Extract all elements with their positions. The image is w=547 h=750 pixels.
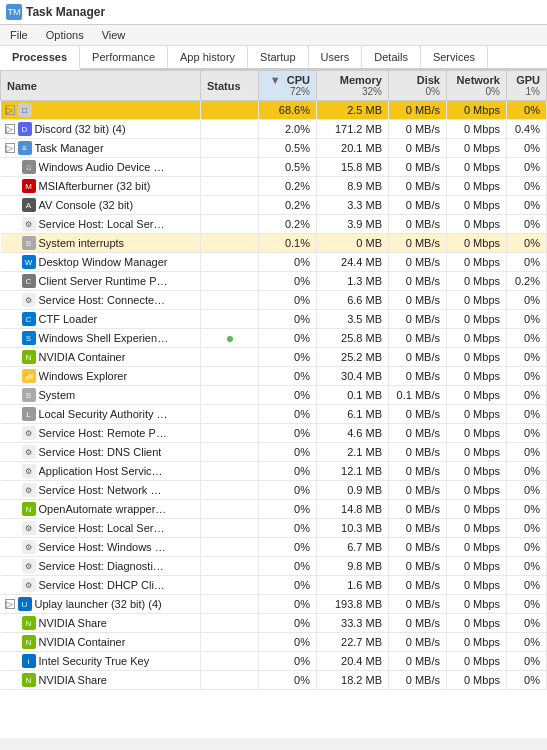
table-row[interactable]: ▷UUplay launcher (32 bit) (4)0%193.8 MB0… bbox=[1, 595, 547, 614]
table-row[interactable]: AAV Console (32 bit)0.2%3.3 MB0 MB/s0 Mb… bbox=[1, 196, 547, 215]
cpu-cell: 0% bbox=[259, 386, 317, 405]
gpu-cell: 0% bbox=[507, 481, 547, 500]
process-name-label: Service Host: Connected Device... bbox=[39, 294, 169, 306]
table-row[interactable]: ▷□68.6%2.5 MB0 MB/s0 Mbps0% bbox=[1, 101, 547, 120]
col-network[interactable]: Network 0% bbox=[447, 71, 507, 101]
tab-performance[interactable]: Performance bbox=[80, 46, 168, 68]
table-row[interactable]: SSystem interrupts0.1%0 MB0 MB/s0 Mbps0% bbox=[1, 234, 547, 253]
table-row[interactable]: NOpenAutomate wrapper cache (...0%14.8 M… bbox=[1, 500, 547, 519]
table-row[interactable]: ▷DDiscord (32 bit) (4)2.0%171.2 MB0 MB/s… bbox=[1, 120, 547, 139]
process-name-cell: ♫Windows Audio Device Graph Is... bbox=[1, 158, 201, 177]
process-status-cell bbox=[201, 139, 259, 158]
memory-cell: 10.3 MB bbox=[317, 519, 389, 538]
cpu-cell: 0% bbox=[259, 652, 317, 671]
disk-cell: 0 MB/s bbox=[389, 538, 447, 557]
process-status-cell bbox=[201, 405, 259, 424]
process-name-label: Windows Explorer bbox=[39, 370, 128, 382]
process-name-cell: ⚙Application Host Service (32 bit) bbox=[1, 462, 201, 481]
table-row[interactable]: CClient Server Runtime Process0%1.3 MB0 … bbox=[1, 272, 547, 291]
expand-button[interactable]: ▷ bbox=[5, 124, 15, 134]
table-row[interactable]: NNVIDIA Container0%22.7 MB0 MB/s0 Mbps0% bbox=[1, 633, 547, 652]
col-gpu-pct: 1% bbox=[513, 86, 540, 97]
table-row[interactable]: CCTF Loader0%3.5 MB0 MB/s0 Mbps0% bbox=[1, 310, 547, 329]
process-name-label: NVIDIA Share bbox=[39, 674, 107, 686]
tab-services[interactable]: Services bbox=[421, 46, 488, 68]
disk-cell: 0 MB/s bbox=[389, 424, 447, 443]
table-row[interactable]: ⚙Service Host: Local Service (No ...0%10… bbox=[1, 519, 547, 538]
tab-processes[interactable]: Processes bbox=[0, 46, 80, 70]
process-status-cell bbox=[201, 500, 259, 519]
table-row[interactable]: NNVIDIA Share0%18.2 MB0 MB/s0 Mbps0% bbox=[1, 671, 547, 690]
gpu-cell: 0% bbox=[507, 215, 547, 234]
table-row[interactable]: WDesktop Window Manager0%24.4 MB0 MB/s0 … bbox=[1, 253, 547, 272]
table-row[interactable]: MMSIAfterburner (32 bit)0.2%8.9 MB0 MB/s… bbox=[1, 177, 547, 196]
expand-button[interactable]: ▷ bbox=[5, 599, 15, 609]
disk-cell: 0 MB/s bbox=[389, 519, 447, 538]
process-icon: M bbox=[22, 179, 36, 193]
gpu-cell: 0.2% bbox=[507, 272, 547, 291]
table-row[interactable]: ⚙Service Host: DNS Client0%2.1 MB0 MB/s0… bbox=[1, 443, 547, 462]
process-name-label: Service Host: DHCP Client bbox=[39, 579, 169, 591]
memory-cell: 193.8 MB bbox=[317, 595, 389, 614]
process-name-label: Intel Security True Key bbox=[39, 655, 150, 667]
col-status[interactable]: Status bbox=[201, 71, 259, 101]
gpu-cell: 0% bbox=[507, 519, 547, 538]
table-row[interactable]: ⚙Application Host Service (32 bit)0%12.1… bbox=[1, 462, 547, 481]
table-row[interactable]: ⚙Service Host: Windows Manage...0%6.7 MB… bbox=[1, 538, 547, 557]
expand-button[interactable]: ▷ bbox=[5, 105, 15, 115]
table-row[interactable]: ⚙Service Host: Local Service (Net...0.2%… bbox=[1, 215, 547, 234]
col-memory[interactable]: Memory 32% bbox=[317, 71, 389, 101]
process-name-cell: ⚙Service Host: Diagnostic Policy ... bbox=[1, 557, 201, 576]
menu-item-options[interactable]: Options bbox=[42, 27, 88, 43]
table-row[interactable]: ⚙Service Host: Remote Procedure...0%4.6 … bbox=[1, 424, 547, 443]
table-row[interactable]: 📁Windows Explorer0%30.4 MB0 MB/s0 Mbps0% bbox=[1, 367, 547, 386]
tab-details[interactable]: Details bbox=[362, 46, 421, 68]
network-cell: 0 Mbps bbox=[447, 101, 507, 120]
process-status-cell bbox=[201, 234, 259, 253]
tab-users[interactable]: Users bbox=[309, 46, 363, 68]
table-row[interactable]: ♫Windows Audio Device Graph Is...0.5%15.… bbox=[1, 158, 547, 177]
process-icon: ⚙ bbox=[22, 483, 36, 497]
table-container[interactable]: Name Status ▼ CPU 72% Memory 32% Disk 0% bbox=[0, 70, 547, 738]
table-row[interactable]: ⚙Service Host: Connected Device...0%6.6 … bbox=[1, 291, 547, 310]
cpu-cell: 0% bbox=[259, 671, 317, 690]
expand-button[interactable]: ▷ bbox=[5, 143, 15, 153]
col-gpu-label: GPU bbox=[516, 74, 540, 86]
table-row[interactable]: SWindows Shell Experience Host0%25.8 MB0… bbox=[1, 329, 547, 348]
table-row[interactable]: iIntel Security True Key0%20.4 MB0 MB/s0… bbox=[1, 652, 547, 671]
table-row[interactable]: ⚙Service Host: DHCP Client0%1.6 MB0 MB/s… bbox=[1, 576, 547, 595]
table-row[interactable]: ▷≡Task Manager0.5%20.1 MB0 MB/s0 Mbps0% bbox=[1, 139, 547, 158]
table-row[interactable]: ⚙Service Host: Network Setup Ser...0%0.9… bbox=[1, 481, 547, 500]
col-disk-pct: 0% bbox=[395, 86, 440, 97]
process-name-cell: MMSIAfterburner (32 bit) bbox=[1, 177, 201, 196]
process-name-label: Desktop Window Manager bbox=[39, 256, 168, 268]
network-cell: 0 Mbps bbox=[447, 215, 507, 234]
network-cell: 0 Mbps bbox=[447, 177, 507, 196]
process-status-cell bbox=[201, 481, 259, 500]
disk-cell: 0 MB/s bbox=[389, 234, 447, 253]
table-row[interactable]: ⚙Service Host: Diagnostic Policy ...0%9.… bbox=[1, 557, 547, 576]
process-status-cell bbox=[201, 120, 259, 139]
disk-cell: 0 MB/s bbox=[389, 500, 447, 519]
gpu-cell: 0% bbox=[507, 196, 547, 215]
menu-item-view[interactable]: View bbox=[98, 27, 130, 43]
col-gpu[interactable]: GPU 1% bbox=[507, 71, 547, 101]
process-name-label: Service Host: Diagnostic Policy ... bbox=[39, 560, 169, 572]
network-cell: 0 Mbps bbox=[447, 595, 507, 614]
gpu-cell: 0% bbox=[507, 291, 547, 310]
tab-startup[interactable]: Startup bbox=[248, 46, 308, 68]
process-status-cell bbox=[201, 652, 259, 671]
table-row[interactable]: LLocal Security Authority Process...0%6.… bbox=[1, 405, 547, 424]
cpu-cell: 0% bbox=[259, 500, 317, 519]
table-row[interactable]: NNVIDIA Container0%25.2 MB0 MB/s0 Mbps0% bbox=[1, 348, 547, 367]
table-row[interactable]: NNVIDIA Share0%33.3 MB0 MB/s0 Mbps0% bbox=[1, 614, 547, 633]
tab-app-history[interactable]: App history bbox=[168, 46, 248, 68]
col-disk[interactable]: Disk 0% bbox=[389, 71, 447, 101]
col-cpu[interactable]: ▼ CPU 72% bbox=[259, 71, 317, 101]
process-status-cell bbox=[201, 614, 259, 633]
process-status-cell bbox=[201, 557, 259, 576]
process-name-cell: ⚙Service Host: DNS Client bbox=[1, 443, 201, 462]
menu-item-file[interactable]: File bbox=[6, 27, 32, 43]
col-name[interactable]: Name bbox=[1, 71, 201, 101]
table-row[interactable]: SSystem0%0.1 MB0.1 MB/s0 Mbps0% bbox=[1, 386, 547, 405]
